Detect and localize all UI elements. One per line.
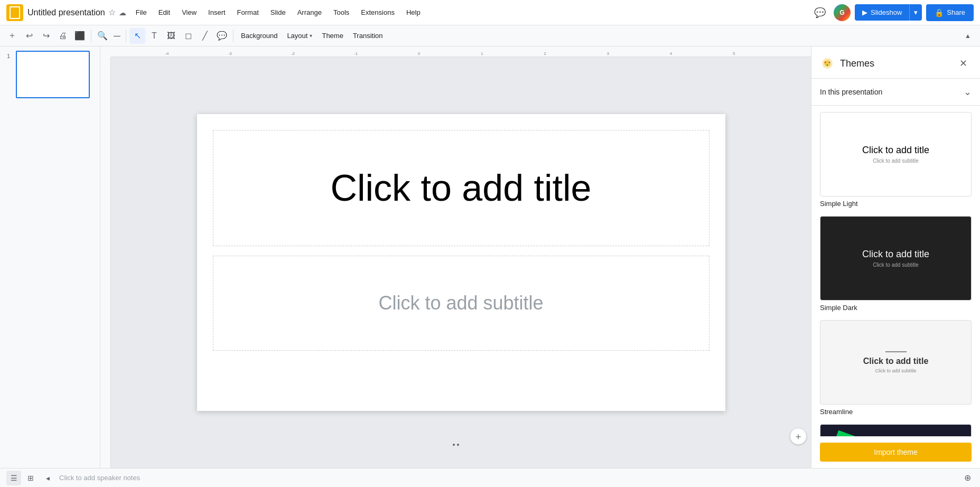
add-slide-floating: ＋	[790, 428, 807, 445]
menu-arrange[interactable]: Arrange	[292, 6, 327, 18]
layout-label: Layout	[287, 32, 307, 40]
slideshow-dropdown[interactable]: ▾	[909, 4, 922, 21]
menu-extensions[interactable]: Extensions	[356, 6, 400, 18]
speaker-notes[interactable]: Click to add speaker notes	[59, 474, 957, 482]
undo-button[interactable]: ↩	[21, 28, 37, 44]
cursor-tool[interactable]: ↖	[129, 28, 145, 44]
streamline-content: Click to add title Click to add subtitle	[820, 341, 971, 384]
slideshow-icon: ▶	[862, 8, 867, 16]
themes-header: Themes ✕	[811, 46, 980, 79]
chevron-down-icon: ⌄	[964, 86, 972, 98]
add-slide-floating-button[interactable]: ＋	[790, 428, 807, 445]
svg-point-4	[827, 64, 828, 66]
theme-button[interactable]: Theme	[318, 29, 347, 43]
slide-title-text: Click to add title	[330, 167, 591, 209]
palette-icon	[821, 57, 834, 70]
collapse-panel-button[interactable]: ◂	[40, 471, 55, 485]
redo-button[interactable]: ↪	[38, 28, 54, 44]
menu-help[interactable]: Help	[401, 6, 426, 18]
slide-title-placeholder[interactable]: Click to add title	[213, 130, 710, 246]
grid-view-button[interactable]: ⊞	[23, 471, 38, 485]
resize-dot	[453, 444, 455, 446]
view-buttons: ☰ ⊞ ◂	[6, 471, 55, 485]
filmstrip-view-button[interactable]: ☰	[6, 471, 21, 485]
slide-1-container: 1	[4, 51, 96, 98]
menu-file[interactable]: File	[130, 6, 152, 18]
slide-subtitle-placeholder[interactable]: Click to add subtitle	[213, 256, 710, 351]
ruler-mark: -2	[291, 51, 295, 56]
layout-button[interactable]: Layout ▾	[283, 29, 316, 43]
menu-format[interactable]: Format	[232, 6, 264, 18]
themes-close-button[interactable]: ✕	[955, 55, 972, 72]
slideshow-button[interactable]: ▶ Slideshow	[855, 4, 909, 21]
svg-point-3	[829, 62, 830, 63]
zoom-value-display: —	[111, 28, 123, 44]
menu-tools[interactable]: Tools	[328, 6, 354, 18]
text-tool[interactable]: T	[146, 28, 162, 44]
shape-tool[interactable]: ◻	[180, 28, 196, 44]
top-right-controls: 💬 G ▶ Slideshow ▾ 🔒 Share	[810, 3, 974, 22]
toolbar-separator-3	[233, 30, 234, 42]
import-theme-button[interactable]: Import theme	[820, 443, 972, 462]
svg-point-2	[825, 62, 826, 63]
ruler-mark: 4	[670, 51, 672, 56]
line-tool[interactable]: ╱	[197, 28, 213, 44]
avatar[interactable]: G	[834, 4, 851, 21]
in-presentation-toggle[interactable]: In this presentation ⌄	[820, 83, 972, 101]
comment-tool[interactable]: 💬	[214, 28, 230, 44]
themes-panel: Themes ✕ In this presentation ⌄ Click to…	[811, 46, 980, 468]
collapse-toolbar-button[interactable]: ▲	[960, 28, 976, 44]
toolbar: ＋ ↩ ↪ 🖨 ⬛ 🔍 — ↖ T 🖼 ◻ ╱ 💬 Background Lay…	[0, 25, 980, 46]
slide-canvas[interactable]: Click to add title Click to add subtitle	[197, 114, 725, 411]
theme-simple-light-preview: Click to add title Click to add subtitle	[820, 112, 972, 196]
slide-1-number: 1	[4, 53, 13, 59]
simple-dark-content: Click to add title Click to add subtitle	[862, 249, 929, 268]
in-presentation-label: In this presentation	[820, 88, 882, 96]
zoom-fit-button[interactable]: ⊕	[961, 472, 974, 484]
print-button[interactable]: 🖨	[55, 28, 71, 44]
theme-shape-green	[826, 430, 873, 436]
zoom-controls: ⊕	[961, 472, 974, 484]
theme-dark-shapes-item[interactable]: Click to add title	[820, 424, 972, 436]
theme-streamline-preview: Click to add title Click to add subtitle	[820, 320, 972, 405]
slide-viewport: Click to add title Click to add subtitle	[111, 57, 811, 468]
star-icon[interactable]: ☆	[108, 7, 116, 17]
ruler-mark: -4	[165, 51, 169, 56]
zoom-out-button[interactable]: 🔍	[95, 28, 110, 44]
lock-icon: 🔒	[935, 8, 944, 17]
theme-simple-dark-item[interactable]: Click to add title Click to add subtitle…	[820, 216, 972, 312]
menu-edit[interactable]: Edit	[153, 6, 175, 18]
theme-streamline-item[interactable]: Click to add title Click to add subtitle…	[820, 320, 972, 416]
theme-simple-light-item[interactable]: Click to add title Click to add subtitle…	[820, 112, 972, 208]
toolbar-separator-2	[126, 30, 126, 42]
streamline-title: Click to add title	[831, 357, 960, 366]
ruler-mark: 1	[481, 51, 483, 56]
resize-handle	[453, 444, 459, 446]
ruler-mark: -3	[228, 51, 232, 56]
comments-icon[interactable]: 💬	[810, 3, 829, 22]
ruler-mark: 3	[607, 51, 609, 56]
ruler-corner	[100, 46, 111, 57]
doc-title[interactable]: Untitled presentation	[27, 8, 105, 17]
menu-view[interactable]: View	[176, 6, 202, 18]
transition-label: Transition	[353, 32, 383, 40]
app-logo	[6, 4, 23, 21]
ruler-vertical	[100, 57, 111, 468]
simple-dark-name: Simple Dark	[820, 304, 972, 312]
menu-insert[interactable]: Insert	[203, 6, 231, 18]
slide-1-thumbnail[interactable]	[16, 51, 90, 98]
share-button[interactable]: 🔒 Share	[926, 4, 974, 21]
menu-slide[interactable]: Slide	[265, 6, 291, 18]
streamline-accent-bar	[885, 351, 907, 352]
title-area: Untitled presentation ☆ ☁	[27, 7, 126, 17]
image-tool[interactable]: 🖼	[163, 28, 179, 44]
theme-label: Theme	[322, 32, 343, 40]
background-button[interactable]: Background	[237, 29, 282, 43]
transition-button[interactable]: Transition	[349, 29, 387, 43]
theme-simple-dark-preview: Click to add title Click to add subtitle	[820, 216, 972, 301]
simple-dark-title: Click to add title	[862, 249, 929, 260]
ruler-horizontal: -4 -3 -2 -1 0 1 2 3 4 5	[111, 46, 811, 57]
add-slide-button[interactable]: ＋	[4, 28, 20, 44]
ruler-mark: 2	[544, 51, 546, 56]
format-options-button[interactable]: ⬛	[72, 28, 88, 44]
